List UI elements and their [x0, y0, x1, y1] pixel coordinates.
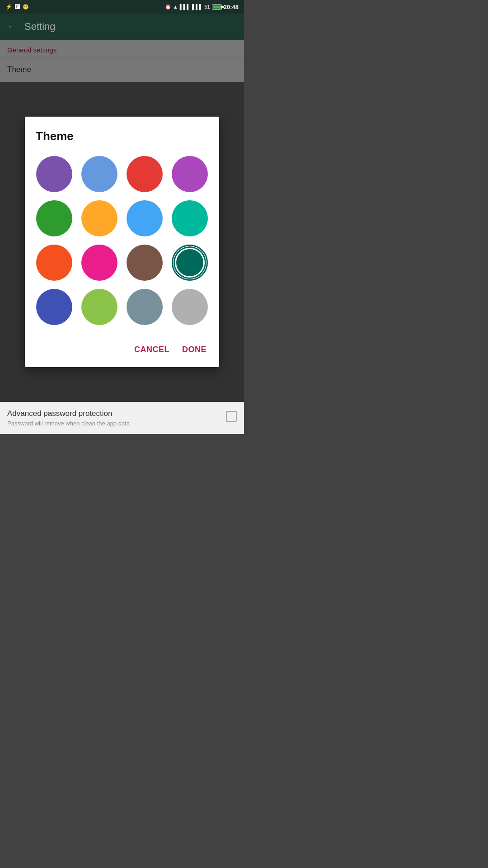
notification-icon: 🅿	[15, 4, 20, 9]
advanced-title: Advanced password protection	[7, 409, 130, 418]
color-swatch-orange[interactable]	[81, 200, 117, 236]
dialog-title: Theme	[36, 129, 208, 143]
usb-icon: ⚡	[5, 4, 12, 10]
color-swatch-darkorange[interactable]	[36, 245, 72, 281]
battery-icon	[212, 4, 222, 10]
dialog-actions: CANCEL DONE	[36, 338, 208, 358]
dialog-overlay: Theme CANCEL DONE	[0, 40, 244, 434]
smiley-icon: 😐	[23, 4, 29, 10]
color-swatch-brown[interactable]	[127, 245, 163, 281]
color-swatch-lightblue[interactable]	[127, 200, 163, 236]
cancel-button[interactable]: CANCEL	[132, 341, 171, 358]
theme-dialog: Theme CANCEL DONE	[25, 117, 219, 367]
toolbar: ← Setting	[0, 14, 244, 40]
color-swatch-lime[interactable]	[81, 289, 117, 325]
advanced-password-item[interactable]: Advanced password protection Password wi…	[0, 402, 244, 434]
color-swatch-magenta[interactable]	[172, 156, 208, 192]
color-swatch-green[interactable]	[36, 200, 72, 236]
advanced-setting-section: Advanced password protection Password wi…	[0, 402, 244, 434]
wifi-icon: ▲	[173, 4, 178, 9]
status-icons-left: ⚡ 🅿 😐	[5, 4, 29, 10]
status-icons-right: ⏰ ▲ ▌▌▌ ▌▌▌ 51 20:48	[165, 4, 239, 10]
color-swatch-blue[interactable]	[81, 156, 117, 192]
color-swatch-red[interactable]	[127, 156, 163, 192]
color-swatch-purple[interactable]	[36, 156, 72, 192]
color-swatch-slategray[interactable]	[127, 289, 163, 325]
done-button[interactable]: DONE	[180, 341, 208, 358]
time-display: 20:48	[224, 4, 239, 10]
battery-level: 51	[205, 4, 210, 9]
color-swatch-lightgray[interactable]	[172, 289, 208, 325]
color-swatch-teal[interactable]	[172, 200, 208, 236]
alarm-icon: ⏰	[165, 4, 171, 10]
status-bar: ⚡ 🅿 😐 ⏰ ▲ ▌▌▌ ▌▌▌ 51 20:48	[0, 0, 244, 14]
advanced-checkbox[interactable]	[226, 411, 237, 422]
color-swatch-darkteal[interactable]	[172, 245, 208, 281]
settings-content: General settings Theme Theme CANCEL DONE…	[0, 40, 244, 434]
signal-icon: ▌▌▌	[180, 4, 190, 9]
signal2-icon: ▌▌▌	[192, 4, 202, 9]
color-grid	[36, 156, 208, 325]
page-title: Setting	[24, 21, 56, 33]
color-swatch-pink[interactable]	[81, 245, 117, 281]
back-button[interactable]: ←	[7, 21, 17, 33]
color-swatch-cobalt[interactable]	[36, 289, 72, 325]
advanced-subtitle: Password will remove when clean the app …	[7, 420, 130, 427]
